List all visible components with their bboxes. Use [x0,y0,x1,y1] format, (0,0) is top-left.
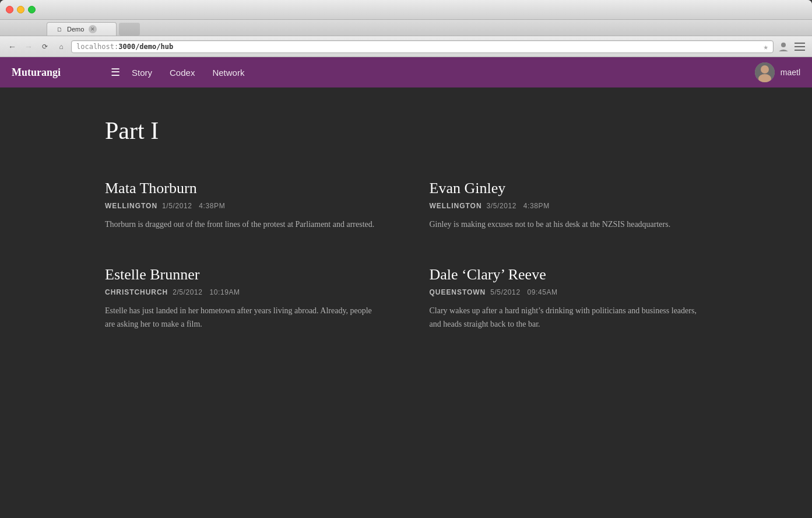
story-location-1: WELLINGTON [430,202,482,210]
avatar[interactable] [755,62,775,82]
app-wrapper: Muturangi ☰ Story Codex Network maetl [0,57,812,518]
browser-titlebar [0,0,812,20]
story-card-1[interactable]: Evan Ginley WELLINGTON 3/5/2012 4:38PM G… [430,180,708,231]
story-location-0: WELLINGTON [105,202,157,210]
nav-links: Story Codex Network [132,65,755,80]
svg-rect-1 [795,43,805,44]
svg-point-5 [761,65,769,74]
story-description-3: Clary wakes up after a hard night’s drin… [430,304,708,331]
forward-button[interactable]: → [22,40,35,53]
close-button[interactable] [6,6,13,13]
stories-grid: Mata Thorburn WELLINGTON 1/5/2012 4:38PM… [105,180,707,331]
story-name-2: Estelle Brunner [105,266,383,284]
page-title: Part I [105,117,707,145]
story-location-2: CHRISTCHURCH [105,288,168,296]
app-navbar: Muturangi ☰ Story Codex Network maetl [0,57,812,88]
toolbar-right [777,40,806,53]
maximize-button[interactable] [28,6,36,13]
nav-link-network[interactable]: Network [212,65,244,80]
app-brand[interactable]: Muturangi [12,66,93,79]
url-path: 3000/demo/hub [118,43,173,51]
story-name-3: Dale ‘Clary’ Reeve [430,266,708,284]
tab-bar: 🗋 Demo ✕ [0,20,812,36]
story-datetime-1: 3/5/2012 4:38PM [486,202,549,210]
svg-rect-3 [795,50,805,51]
story-name-1: Evan Ginley [430,180,708,197]
browser-tab[interactable]: 🗋 Demo ✕ [47,22,117,36]
reload-button[interactable]: ⟳ [38,40,51,53]
browser-window: 🗋 Demo ✕ ← → ⟳ ⌂ localhost:3000/demo/hub… [0,0,812,518]
bookmark-icon[interactable]: ★ [764,42,768,51]
main-content: Part I Mata Thorburn WELLINGTON 1/5/2012… [0,88,812,518]
tab-title: Demo [67,26,84,33]
story-description-2: Estelle has just landed in her hometown … [105,304,383,331]
back-button[interactable]: ← [6,40,19,53]
menu-icon[interactable] [793,40,806,53]
url-protocol: localhost: [76,43,118,51]
story-datetime-3: 5/5/2012 09:45AM [490,288,558,296]
story-meta-0: WELLINGTON 1/5/2012 4:38PM [105,202,383,210]
new-tab-button[interactable] [119,23,140,36]
story-datetime-2: 2/5/2012 10:19AM [173,288,240,296]
svg-rect-2 [795,46,805,47]
story-description-1: Ginley is making excuses not to be at hi… [430,218,708,231]
svg-point-0 [781,43,786,47]
nav-link-codex[interactable]: Codex [170,65,195,80]
story-card-0[interactable]: Mata Thorburn WELLINGTON 1/5/2012 4:38PM… [105,180,383,231]
nav-link-story[interactable]: Story [132,65,152,80]
minimize-button[interactable] [17,6,24,13]
story-location-3: QUEENSTOWN [430,288,486,296]
home-button[interactable]: ⌂ [55,40,68,53]
story-card-2[interactable]: Estelle Brunner CHRISTCHURCH 2/5/2012 10… [105,266,383,331]
story-meta-2: CHRISTCHURCH 2/5/2012 10:19AM [105,288,383,296]
story-name-0: Mata Thorburn [105,180,383,197]
story-meta-1: WELLINGTON 3/5/2012 4:38PM [430,202,708,210]
browser-toolbar: ← → ⟳ ⌂ localhost:3000/demo/hub ★ [0,36,812,57]
story-description-0: Thorburn is dragged out of the front lin… [105,218,383,231]
user-profile-icon[interactable] [777,40,790,53]
story-meta-3: QUEENSTOWN 5/5/2012 09:45AM [430,288,708,296]
tab-close-button[interactable]: ✕ [89,25,97,33]
hamburger-icon[interactable]: ☰ [111,66,120,79]
address-bar[interactable]: localhost:3000/demo/hub ★ [71,40,774,53]
url-display: localhost:3000/demo/hub [76,43,764,51]
nav-right: maetl [755,62,800,82]
username: maetl [781,68,800,77]
tab-page-icon: 🗋 [57,26,62,33]
story-datetime-0: 1/5/2012 4:38PM [162,202,225,210]
story-card-3[interactable]: Dale ‘Clary’ Reeve QUEENSTOWN 5/5/2012 0… [430,266,708,331]
